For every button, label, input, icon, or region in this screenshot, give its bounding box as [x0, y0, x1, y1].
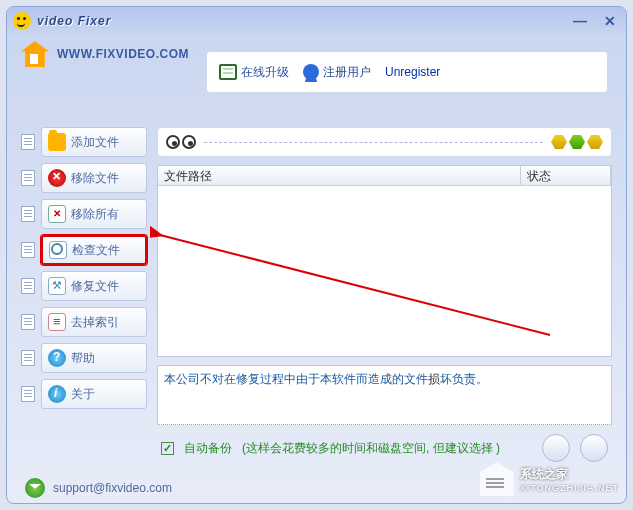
message-suffix: 坏负责。: [440, 372, 488, 386]
auto-backup-checkbox[interactable]: [161, 442, 174, 455]
support-email[interactable]: support@fixvideo.com: [53, 481, 172, 495]
about-button[interactable]: 关于: [41, 379, 147, 409]
remove-index-button[interactable]: 去掉索引: [41, 307, 147, 337]
magnifier-icon: [49, 241, 67, 259]
doc-icon: [21, 134, 35, 150]
watermark-title: 系统之家: [520, 466, 619, 483]
close-button[interactable]: ✕: [600, 13, 620, 29]
app-smiley-icon: [13, 12, 31, 30]
sidebar-item-label: 移除所有: [71, 206, 119, 223]
online-upgrade-button[interactable]: 在线升级: [219, 64, 289, 81]
message-hot: 损: [428, 372, 440, 386]
file-list[interactable]: 文件路径 状态: [157, 165, 612, 357]
repair-icon: [48, 277, 66, 295]
remove-all-icon: [48, 205, 66, 223]
top-toolbar: 在线升级 注册用户 Unregister: [206, 51, 608, 93]
minimize-button[interactable]: —: [570, 13, 590, 29]
fix-file-button[interactable]: 修复文件: [41, 271, 147, 301]
doc-icon: [21, 278, 35, 294]
register-user-button[interactable]: 注册用户: [303, 64, 371, 81]
remove-file-button[interactable]: 移除文件: [41, 163, 147, 193]
help-button[interactable]: 帮助: [41, 343, 147, 373]
register-label: 注册用户: [323, 64, 371, 81]
folder-icon: [48, 133, 66, 151]
main-panel: 文件路径 状态 本公司不对在修复过程中由于本软件而造成的文件损坏负责。 自动备份…: [157, 75, 612, 463]
message-prefix: 本公司不对在修复过程中由于本软件而造成的文件: [164, 372, 428, 386]
sidebar-item-label: 添加文件: [71, 134, 119, 151]
sidebar-item-label: 去掉索引: [71, 314, 119, 331]
col-status[interactable]: 状态: [521, 166, 611, 185]
watermark: 系统之家 XITONGZHIJIA.NET: [480, 462, 619, 496]
round-button-1[interactable]: [542, 434, 570, 462]
upgrade-icon: [219, 64, 237, 80]
unregister-button[interactable]: Unregister: [385, 65, 440, 79]
doc-icon: [21, 350, 35, 366]
col-filepath[interactable]: 文件路径: [158, 166, 521, 185]
sidebar-item-label: 关于: [71, 386, 95, 403]
message-panel: 本公司不对在修复过程中由于本软件而造成的文件损坏负责。: [157, 365, 612, 425]
user-icon: [303, 64, 319, 80]
help-icon: [48, 349, 66, 367]
window-title: video Fixer: [37, 14, 111, 28]
unregister-label: Unregister: [385, 65, 440, 79]
status-bar: [157, 127, 612, 157]
home-icon: [21, 41, 49, 67]
round-button-2[interactable]: [580, 434, 608, 462]
doc-icon: [21, 206, 35, 222]
info-icon: [48, 385, 66, 403]
auto-backup-label: 自动备份: [184, 440, 232, 457]
doc-icon: [21, 386, 35, 402]
sidebar-item-label: 移除文件: [71, 170, 119, 187]
index-icon: [48, 313, 66, 331]
remove-icon: [48, 169, 66, 187]
doc-icon: [21, 314, 35, 330]
sidebar-item-label: 修复文件: [71, 278, 119, 295]
sidebar-item-label: 检查文件: [72, 242, 120, 259]
doc-icon: [21, 242, 35, 258]
backup-hint: (这样会花费较多的时间和磁盘空间, 但建议选择 ): [242, 440, 500, 457]
sidebar-item-label: 帮助: [71, 350, 95, 367]
remove-all-button[interactable]: 移除所有: [41, 199, 147, 229]
check-file-button[interactable]: 检查文件: [41, 235, 147, 265]
mail-icon: [25, 478, 45, 498]
doc-icon: [21, 170, 35, 186]
sidebar: 添加文件 移除文件 移除所有: [21, 75, 147, 463]
bottom-row: 自动备份 (这样会花费较多的时间和磁盘空间, 但建议选择 ): [157, 433, 612, 463]
website-url[interactable]: WWW.FIXVIDEO.COM: [57, 47, 189, 61]
title-bar: video Fixer — ✕: [7, 7, 626, 35]
app-window: video Fixer — ✕ WWW.FIXVIDEO.COM 在线升级 注册…: [6, 6, 627, 504]
watermark-sub: XITONGZHIJIA.NET: [520, 483, 619, 493]
add-file-button[interactable]: 添加文件: [41, 127, 147, 157]
eyes-icon: [166, 135, 196, 149]
hex-icons: [551, 135, 603, 149]
upgrade-label: 在线升级: [241, 64, 289, 81]
watermark-logo-icon: [480, 462, 514, 496]
